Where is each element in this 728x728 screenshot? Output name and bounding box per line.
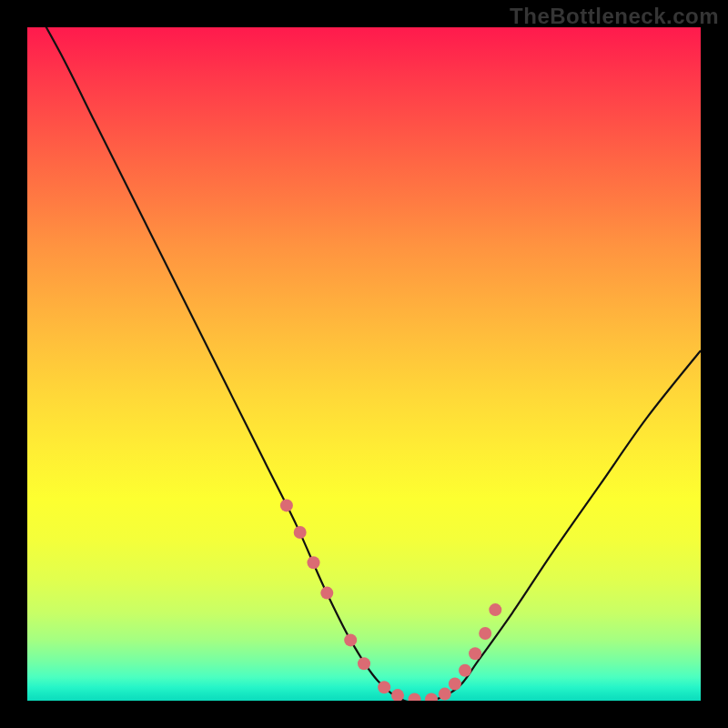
highlight-dots-group [280,499,501,701]
plot-area [27,27,701,701]
highlight-dot [308,556,320,569]
highlight-dot [294,526,307,539]
highlight-dot [320,587,333,600]
chart-frame: TheBottleneck.com [0,0,728,728]
highlight-dot [449,678,461,691]
highlight-dot [409,693,421,702]
highlight-dot [344,633,357,646]
chart-svg [27,27,701,701]
highlight-dot [439,688,451,701]
highlight-dot [479,627,491,640]
highlight-dot [459,664,471,677]
highlight-dot [358,657,370,670]
highlight-dot [425,693,438,702]
bottleneck-curve-path [27,27,701,701]
highlight-dot [391,689,404,701]
highlight-dot [469,647,481,660]
highlight-dot [489,603,501,616]
highlight-dot [378,681,390,693]
highlight-dot [280,499,293,511]
watermark-text: TheBottleneck.com [510,4,719,29]
